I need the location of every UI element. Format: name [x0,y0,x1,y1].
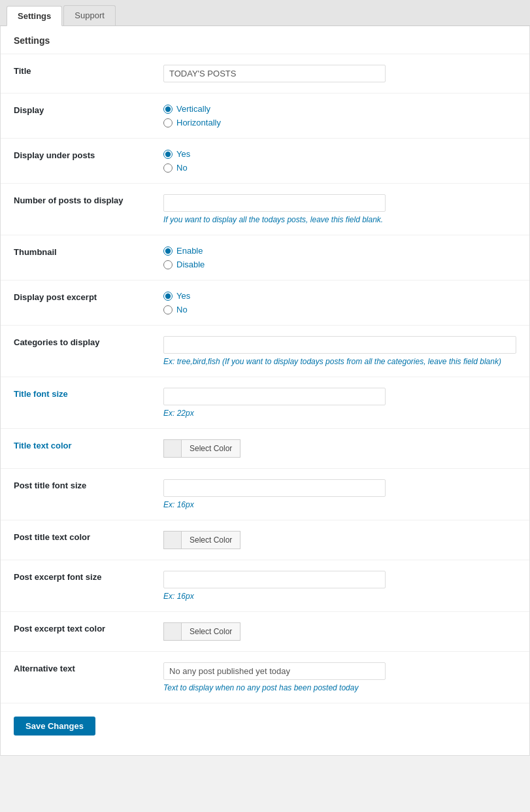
radio-disable[interactable]: Disable [163,260,516,269]
radio-horizontally-input[interactable] [163,118,173,127]
number-posts-hint: If you want to display all the todays po… [163,215,516,224]
radio-excerpt-no-input[interactable] [163,305,173,314]
label-number-posts: Number of posts to display [1,184,150,235]
row-title-font-size: Title font size Ex: 22px [1,377,529,429]
input-cell-thumbnail: Enable Disable [150,235,529,280]
label-display-excerpt: Display post excerpt [1,280,150,326]
label-post-excerpt-text-color: Post excerpt text color [1,612,150,652]
post-title-color-select-button[interactable]: Select Color [182,531,240,549]
title-font-size-hint: Ex: 22px [163,409,516,418]
post-title-color-swatch [163,531,182,549]
radio-enable-input[interactable] [163,246,173,256]
input-cell-post-excerpt-text-color: Select Color [150,612,529,652]
display-radio-group: Vertically Horizontally [163,104,516,127]
label-post-title-font-size: Post title font size [1,469,150,520]
row-post-title-font-size: Post title font size Ex: 16px [1,469,529,520]
row-post-excerpt-text-color: Post excerpt text color Select Color [1,612,529,652]
post-excerpt-font-size-input[interactable] [163,571,386,588]
row-title-text-color: Title text color Select Color [1,429,529,469]
post-title-font-size-hint: Ex: 16px [163,500,516,509]
label-thumbnail: Thumbnail [1,235,150,280]
row-alternative-text: Alternative text Text to display when no… [1,652,529,703]
title-color-btn-wrap: Select Color [163,439,516,458]
input-cell-title-font-size: Ex: 22px [150,377,529,429]
input-cell-display-excerpt: Yes No [150,280,529,326]
post-title-color-btn-wrap: Select Color [163,531,516,549]
radio-enable-label: Enable [176,246,203,256]
title-color-swatch [163,439,182,458]
categories-input[interactable] [163,336,516,354]
radio-vertically-label: Vertically [176,104,210,114]
settings-panel: Settings Title Display Vertically [0,26,530,756]
radio-horizontally[interactable]: Horizontally [163,118,516,127]
radio-under-yes[interactable]: Yes [163,149,516,159]
row-thumbnail: Thumbnail Enable Disable [1,235,529,280]
row-display-excerpt: Display post excerpt Yes No [1,280,529,326]
label-display: Display [1,93,150,139]
input-cell-post-title-text-color: Select Color [150,520,529,560]
row-display: Display Vertically Horizontally [1,93,529,139]
display-under-posts-radio-group: Yes No [163,149,516,173]
radio-horizontally-label: Horizontally [176,118,221,127]
tab-support[interactable]: Support [63,5,116,25]
label-post-title-text-color: Post title text color [1,520,150,560]
label-title-text-color: Title text color [1,429,150,469]
settings-title: Settings [1,26,529,54]
label-title-font-size: Title font size [1,377,150,429]
tab-settings[interactable]: Settings [7,6,62,26]
radio-disable-label: Disable [176,260,205,269]
radio-under-no-input[interactable] [163,163,173,173]
title-input[interactable] [163,65,386,82]
radio-excerpt-no-label: No [176,305,188,314]
post-title-font-size-input[interactable] [163,479,386,497]
radio-under-no-label: No [176,163,188,173]
input-cell-categories: Ex: tree,bird,fish (If you want to displ… [150,326,529,377]
row-post-excerpt-font-size: Post excerpt font size Ex: 16px [1,560,529,612]
row-post-title-text-color: Post title text color Select Color [1,520,529,560]
row-title: Title [1,54,529,93]
input-cell-title [150,54,529,93]
post-excerpt-font-size-hint: Ex: 16px [163,592,516,601]
input-cell-post-title-font-size: Ex: 16px [150,469,529,520]
radio-vertically[interactable]: Vertically [163,104,516,114]
input-cell-display-under-posts: Yes No [150,139,529,184]
title-font-size-input[interactable] [163,388,386,405]
categories-hint: Ex: tree,bird,fish (If you want to displ… [163,357,516,366]
post-excerpt-color-btn-wrap: Select Color [163,622,516,641]
input-cell-number-posts: If you want to display all the todays po… [150,184,529,235]
row-categories: Categories to display Ex: tree,bird,fish… [1,326,529,377]
input-cell-alternative-text: Text to display when no any post has bee… [150,652,529,703]
display-excerpt-radio-group: Yes No [163,291,516,314]
label-alternative-text: Alternative text [1,652,150,703]
form-table: Title Display Vertically [1,54,529,703]
post-excerpt-color-swatch [163,622,182,641]
label-display-under-posts: Display under posts [1,139,150,184]
radio-disable-input[interactable] [163,260,173,269]
save-changes-button[interactable]: Save Changes [14,717,95,736]
post-excerpt-color-select-button[interactable]: Select Color [182,622,240,641]
page-wrapper: Settings Support Settings Title Display [0,0,530,812]
tabs-bar: Settings Support [0,0,530,26]
radio-under-yes-input[interactable] [163,150,173,159]
radio-excerpt-yes-label: Yes [176,291,190,301]
radio-under-no[interactable]: No [163,163,516,173]
alternative-text-input[interactable] [163,662,386,680]
input-cell-post-excerpt-font-size: Ex: 16px [150,560,529,612]
radio-enable[interactable]: Enable [163,246,516,256]
radio-excerpt-no[interactable]: No [163,305,516,314]
input-cell-title-text-color: Select Color [150,429,529,469]
radio-vertically-input[interactable] [163,105,173,114]
label-categories: Categories to display [1,326,150,377]
radio-under-yes-label: Yes [176,149,190,159]
radio-excerpt-yes-input[interactable] [163,292,173,301]
label-post-excerpt-font-size: Post excerpt font size [1,560,150,612]
radio-excerpt-yes[interactable]: Yes [163,291,516,301]
thumbnail-radio-group: Enable Disable [163,246,516,269]
input-cell-display: Vertically Horizontally [150,93,529,139]
row-number-posts: Number of posts to display If you want t… [1,184,529,235]
label-title: Title [1,54,150,93]
row-display-under-posts: Display under posts Yes No [1,139,529,184]
title-color-select-button[interactable]: Select Color [182,439,240,458]
number-posts-input[interactable] [163,194,386,212]
alternative-text-hint: Text to display when no any post has bee… [163,683,516,692]
